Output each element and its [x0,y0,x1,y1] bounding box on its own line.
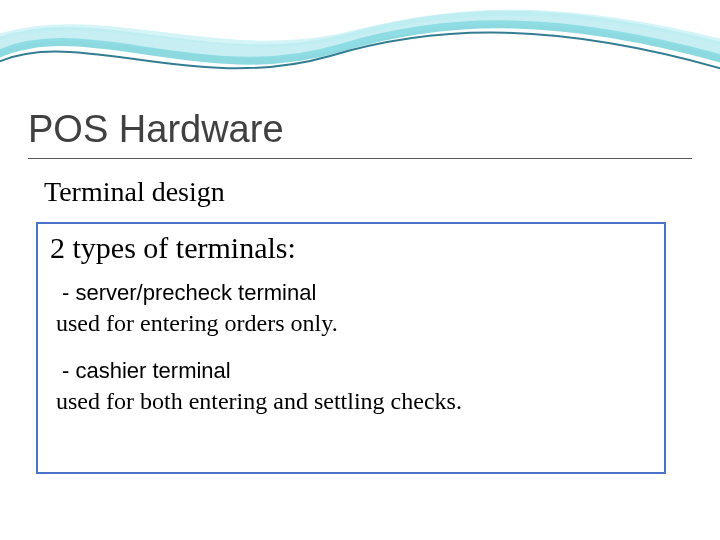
list-item: - server/precheck terminal used for ente… [50,280,652,338]
slide-title: POS Hardware [28,108,284,151]
content-box: 2 types of terminals: - server/precheck … [36,222,666,474]
slide-subheading: Terminal design [44,176,225,208]
item-label: - server/precheck terminal [62,280,652,306]
title-underline [28,158,692,159]
item-desc: used for both entering and settling chec… [56,386,652,416]
decorative-wave [0,0,720,100]
list-item: - cashier terminal used for both enterin… [50,358,652,416]
box-heading: 2 types of terminals: [50,230,652,266]
item-desc: used for entering orders only. [56,308,652,338]
item-label: - cashier terminal [62,358,652,384]
